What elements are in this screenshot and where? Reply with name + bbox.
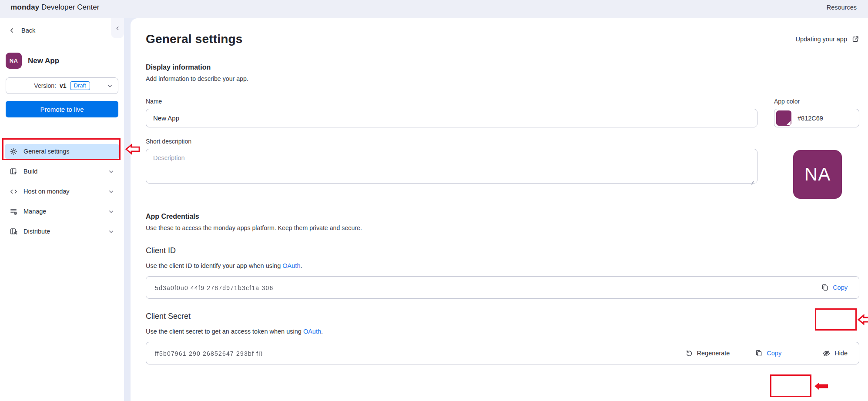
top-bar: monday Developer Center Resources [0, 0, 868, 18]
chevron-down-icon [108, 168, 114, 175]
sidebar-item-general-settings[interactable]: General settings [5, 144, 119, 159]
version-value: v1 [60, 82, 67, 89]
regenerate-button[interactable]: Regenerate [681, 347, 734, 360]
app-color-picker[interactable]: #812C69 [774, 109, 859, 127]
regenerate-label: Regenerate [697, 350, 730, 357]
list-gear-icon [10, 207, 18, 216]
board-share-icon [10, 227, 18, 236]
chevron-left-icon [9, 27, 15, 33]
sidebar-collapse-button[interactable] [111, 18, 124, 38]
draft-badge: Draft [70, 81, 90, 90]
display-information-heading: Display information [146, 63, 859, 71]
app-icon-preview: NA [793, 150, 842, 199]
oauth-link[interactable]: OAuth [303, 328, 321, 335]
hide-button[interactable]: Hide [818, 347, 852, 360]
back-button[interactable]: Back [0, 18, 35, 34]
resources-link[interactable]: Resources [827, 4, 857, 11]
client-id-desc-period: . [300, 262, 302, 269]
sidebar-nav: General settings Build Host on monday [0, 144, 124, 239]
version-dropdown[interactable]: Version: v1 Draft [6, 77, 118, 94]
avatar: NA [6, 53, 22, 69]
board-cursor-icon [10, 167, 18, 176]
client-secret-actions: Regenerate Copy Hide [681, 347, 852, 360]
back-label: Back [21, 27, 35, 34]
eye-off-icon [822, 349, 831, 358]
copy-icon [821, 284, 829, 291]
short-description-label: Short description [146, 138, 757, 145]
sidebar-item-label: Build [23, 168, 37, 175]
app-name: New App [28, 57, 59, 65]
name-input[interactable] [146, 109, 757, 127]
regenerate-icon [685, 349, 693, 357]
client-id-heading: Client ID [146, 246, 859, 255]
app-header: NA New App [6, 53, 124, 69]
version-prefix: Version: [34, 82, 56, 89]
name-label: Name [146, 98, 757, 105]
client-id-field: 5d3a0f0u0 44f9 2787d971b3cf1a 306 Copy [146, 276, 859, 299]
sidebar-item-label: Host on monday [23, 188, 70, 195]
main-panel: General settings Updating your app Displ… [131, 18, 868, 401]
brand-bold: monday [10, 3, 39, 11]
swatch-corner [787, 121, 791, 125]
gear-icon [10, 147, 18, 156]
display-information-subtitle: Add information to describe your app. [146, 75, 859, 82]
code-icon [10, 187, 18, 196]
client-secret-heading: Client Secret [146, 312, 859, 321]
short-description-input[interactable] [146, 149, 757, 184]
sidebar-item-build[interactable]: Build [5, 164, 119, 179]
sidebar-item-distribute[interactable]: Distribute [5, 224, 119, 239]
sidebar-item-manage[interactable]: Manage [5, 204, 119, 219]
client-secret-desc-period: . [321, 328, 323, 335]
copy-label: Copy [767, 350, 781, 357]
sidebar-item-label: General settings [23, 148, 70, 155]
client-id-description: Use the client ID to identify your app w… [146, 262, 859, 269]
app-color-label: App color [774, 98, 859, 105]
external-link-icon [851, 35, 859, 43]
client-secret-desc-text: Use the client secret to get an access t… [146, 328, 303, 335]
client-secret-field: ff5b07961 290 26852647 293bf fi) Regener… [146, 342, 859, 364]
resize-grip[interactable] [750, 179, 754, 183]
page-title: General settings [146, 32, 243, 46]
copy-label: Copy [833, 284, 848, 291]
divider [0, 129, 124, 129]
brand-logo[interactable]: monday Developer Center [10, 3, 99, 12]
client-id-copy-button[interactable]: Copy [817, 281, 852, 294]
hide-label: Hide [834, 350, 848, 357]
client-id-masked-value: 5d3a0f0u0 44f9 2787d971b3cf1a 306 [155, 285, 273, 290]
color-swatch [776, 110, 791, 126]
sidebar: Back NA New App Version: v1 Draft Promot… [0, 18, 124, 401]
sidebar-item-label: Distribute [23, 228, 50, 235]
chevron-down-icon [108, 228, 114, 235]
updating-your-app-label: Updating your app [796, 36, 848, 43]
brand-rest: Developer Center [39, 3, 99, 11]
chevron-down-icon [108, 208, 114, 215]
promote-to-live-button[interactable]: Promote to live [6, 101, 118, 117]
app-credentials-subtitle: Use these to access the monday apps plat… [146, 224, 859, 231]
client-secret-copy-button[interactable]: Copy [751, 347, 786, 360]
copy-icon [755, 349, 763, 357]
oauth-link[interactable]: OAuth [282, 262, 300, 269]
divider [3, 42, 121, 42]
chevron-down-icon [108, 188, 114, 195]
client-secret-masked-value: ff5b07961 290 26852647 293bf fi) [155, 351, 263, 356]
app-credentials-heading: App Credentials [146, 213, 859, 221]
client-secret-description: Use the client secret to get an access t… [146, 328, 859, 335]
updating-your-app-link[interactable]: Updating your app [796, 35, 860, 43]
sidebar-item-label: Manage [23, 208, 46, 215]
client-id-desc-text: Use the client ID to identify your app w… [146, 262, 282, 269]
chevron-left-icon [115, 26, 120, 31]
sidebar-item-host-on-monday[interactable]: Host on monday [5, 184, 119, 199]
chevron-down-icon [107, 83, 113, 89]
app-color-hex: #812C69 [798, 115, 823, 122]
